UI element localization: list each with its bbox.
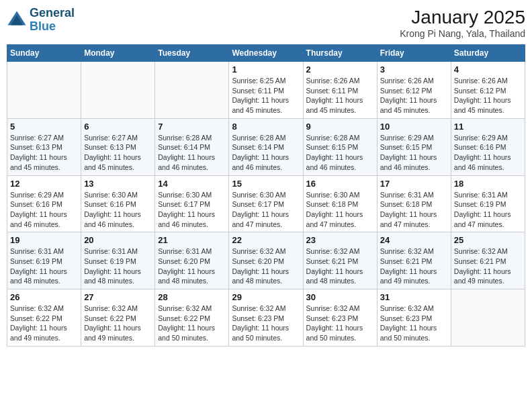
day-info: Sunrise: 6:26 AM Sunset: 6:12 PM Dayligh… [380, 76, 448, 116]
day-info: Sunrise: 6:30 AM Sunset: 6:17 PM Dayligh… [232, 190, 300, 230]
calendar-cell: 9Sunrise: 6:28 AM Sunset: 6:15 PM Daylig… [303, 118, 377, 175]
day-number: 20 [84, 235, 152, 245]
day-info: Sunrise: 6:32 AM Sunset: 6:22 PM Dayligh… [10, 304, 78, 343]
day-info: Sunrise: 6:32 AM Sunset: 6:22 PM Dayligh… [158, 304, 226, 343]
day-number: 16 [306, 179, 374, 189]
day-info: Sunrise: 6:25 AM Sunset: 6:11 PM Dayligh… [232, 76, 300, 116]
calendar-cell: 1Sunrise: 6:25 AM Sunset: 6:11 PM Daylig… [229, 62, 303, 119]
day-number: 26 [10, 292, 78, 302]
calendar-cell: 28Sunrise: 6:32 AM Sunset: 6:22 PM Dayli… [155, 289, 229, 347]
day-number: 8 [232, 122, 300, 132]
day-number: 29 [232, 292, 300, 302]
calendar-cell: 16Sunrise: 6:30 AM Sunset: 6:18 PM Dayli… [303, 175, 377, 232]
calendar-cell: 13Sunrise: 6:30 AM Sunset: 6:16 PM Dayli… [81, 175, 155, 232]
calendar-cell: 3Sunrise: 6:26 AM Sunset: 6:12 PM Daylig… [377, 62, 451, 119]
day-info: Sunrise: 6:31 AM Sunset: 6:18 PM Dayligh… [380, 190, 448, 230]
day-number: 23 [306, 235, 374, 245]
day-info: Sunrise: 6:32 AM Sunset: 6:21 PM Dayligh… [454, 246, 522, 286]
page-subtitle: Krong Pi Nang, Yala, Thailand [400, 28, 525, 39]
calendar-cell: 31Sunrise: 6:32 AM Sunset: 6:23 PM Dayli… [377, 289, 451, 347]
day-number: 5 [10, 122, 78, 132]
calendar-cell: 10Sunrise: 6:29 AM Sunset: 6:15 PM Dayli… [377, 118, 451, 175]
page-title: January 2025 [400, 7, 525, 28]
day-info: Sunrise: 6:29 AM Sunset: 6:15 PM Dayligh… [380, 133, 448, 173]
calendar-cell: 25Sunrise: 6:32 AM Sunset: 6:21 PM Dayli… [451, 232, 525, 289]
day-number: 28 [158, 292, 226, 302]
calendar-cell: 6Sunrise: 6:27 AM Sunset: 6:13 PM Daylig… [81, 118, 155, 175]
day-info: Sunrise: 6:32 AM Sunset: 6:23 PM Dayligh… [380, 304, 448, 343]
day-info: Sunrise: 6:27 AM Sunset: 6:13 PM Dayligh… [10, 133, 78, 173]
weekday-header-monday: Monday [81, 45, 155, 62]
calendar-cell: 15Sunrise: 6:30 AM Sunset: 6:17 PM Dayli… [229, 175, 303, 232]
day-number: 13 [84, 179, 152, 189]
calendar-cell: 12Sunrise: 6:29 AM Sunset: 6:16 PM Dayli… [7, 175, 81, 232]
weekday-header-friday: Friday [377, 45, 451, 62]
day-info: Sunrise: 6:28 AM Sunset: 6:15 PM Dayligh… [306, 133, 374, 173]
day-number: 21 [158, 235, 226, 245]
day-info: Sunrise: 6:30 AM Sunset: 6:18 PM Dayligh… [306, 190, 374, 230]
calendar-week-row: 12Sunrise: 6:29 AM Sunset: 6:16 PM Dayli… [7, 175, 525, 232]
day-info: Sunrise: 6:31 AM Sunset: 6:19 PM Dayligh… [454, 190, 522, 230]
day-info: Sunrise: 6:32 AM Sunset: 6:23 PM Dayligh… [306, 304, 374, 343]
title-block: January 2025 Krong Pi Nang, Yala, Thaila… [400, 7, 525, 39]
day-info: Sunrise: 6:30 AM Sunset: 6:17 PM Dayligh… [158, 190, 226, 230]
page-header: General Blue January 2025 Krong Pi Nang,… [7, 7, 525, 39]
day-number: 30 [306, 292, 374, 302]
logo-text: General Blue [30, 7, 75, 34]
weekday-header-wednesday: Wednesday [229, 45, 303, 62]
weekday-header-saturday: Saturday [451, 45, 525, 62]
day-info: Sunrise: 6:29 AM Sunset: 6:16 PM Dayligh… [454, 133, 522, 173]
calendar-week-row: 19Sunrise: 6:31 AM Sunset: 6:19 PM Dayli… [7, 232, 525, 289]
calendar-cell [451, 289, 525, 347]
calendar-cell: 29Sunrise: 6:32 AM Sunset: 6:23 PM Dayli… [229, 289, 303, 347]
day-number: 15 [232, 179, 300, 189]
weekday-header-tuesday: Tuesday [155, 45, 229, 62]
calendar-cell: 30Sunrise: 6:32 AM Sunset: 6:23 PM Dayli… [303, 289, 377, 347]
day-number: 17 [380, 179, 448, 189]
calendar-cell: 2Sunrise: 6:26 AM Sunset: 6:11 PM Daylig… [303, 62, 377, 119]
day-info: Sunrise: 6:31 AM Sunset: 6:19 PM Dayligh… [84, 246, 152, 286]
calendar-table: SundayMondayTuesdayWednesdayThursdayFrid… [7, 44, 525, 347]
day-info: Sunrise: 6:31 AM Sunset: 6:20 PM Dayligh… [158, 246, 226, 286]
day-number: 24 [380, 235, 448, 245]
day-info: Sunrise: 6:26 AM Sunset: 6:11 PM Dayligh… [306, 76, 374, 116]
calendar-week-row: 5Sunrise: 6:27 AM Sunset: 6:13 PM Daylig… [7, 118, 525, 175]
calendar-cell: 18Sunrise: 6:31 AM Sunset: 6:19 PM Dayli… [451, 175, 525, 232]
calendar-cell: 17Sunrise: 6:31 AM Sunset: 6:18 PM Dayli… [377, 175, 451, 232]
calendar-cell: 27Sunrise: 6:32 AM Sunset: 6:22 PM Dayli… [81, 289, 155, 347]
logo-icon [7, 10, 27, 30]
day-info: Sunrise: 6:30 AM Sunset: 6:16 PM Dayligh… [84, 190, 152, 230]
calendar-cell [81, 62, 155, 119]
day-number: 14 [158, 179, 226, 189]
day-number: 22 [232, 235, 300, 245]
day-number: 11 [454, 122, 522, 132]
day-info: Sunrise: 6:26 AM Sunset: 6:12 PM Dayligh… [454, 76, 522, 116]
calendar-cell: 20Sunrise: 6:31 AM Sunset: 6:19 PM Dayli… [81, 232, 155, 289]
weekday-header-thursday: Thursday [303, 45, 377, 62]
day-number: 31 [380, 292, 448, 302]
day-info: Sunrise: 6:28 AM Sunset: 6:14 PM Dayligh… [158, 133, 226, 173]
calendar-cell: 19Sunrise: 6:31 AM Sunset: 6:19 PM Dayli… [7, 232, 81, 289]
day-info: Sunrise: 6:32 AM Sunset: 6:21 PM Dayligh… [380, 246, 448, 286]
calendar-cell: 7Sunrise: 6:28 AM Sunset: 6:14 PM Daylig… [155, 118, 229, 175]
logo: General Blue [7, 7, 75, 34]
day-info: Sunrise: 6:29 AM Sunset: 6:16 PM Dayligh… [10, 190, 78, 230]
day-info: Sunrise: 6:28 AM Sunset: 6:14 PM Dayligh… [232, 133, 300, 173]
day-info: Sunrise: 6:32 AM Sunset: 6:20 PM Dayligh… [232, 246, 300, 286]
day-number: 4 [454, 64, 522, 75]
calendar-cell: 23Sunrise: 6:32 AM Sunset: 6:21 PM Dayli… [303, 232, 377, 289]
day-number: 12 [10, 179, 78, 189]
calendar-cell: 8Sunrise: 6:28 AM Sunset: 6:14 PM Daylig… [229, 118, 303, 175]
calendar-cell [7, 62, 81, 119]
day-info: Sunrise: 6:32 AM Sunset: 6:22 PM Dayligh… [84, 304, 152, 343]
calendar-cell: 4Sunrise: 6:26 AM Sunset: 6:12 PM Daylig… [451, 62, 525, 119]
day-number: 18 [454, 179, 522, 189]
day-number: 25 [454, 235, 522, 245]
day-number: 27 [84, 292, 152, 302]
day-number: 9 [306, 122, 374, 132]
weekday-header-sunday: Sunday [7, 45, 81, 62]
calendar-cell: 22Sunrise: 6:32 AM Sunset: 6:20 PM Dayli… [229, 232, 303, 289]
day-info: Sunrise: 6:31 AM Sunset: 6:19 PM Dayligh… [10, 246, 78, 286]
day-number: 3 [380, 64, 448, 75]
calendar-cell: 5Sunrise: 6:27 AM Sunset: 6:13 PM Daylig… [7, 118, 81, 175]
